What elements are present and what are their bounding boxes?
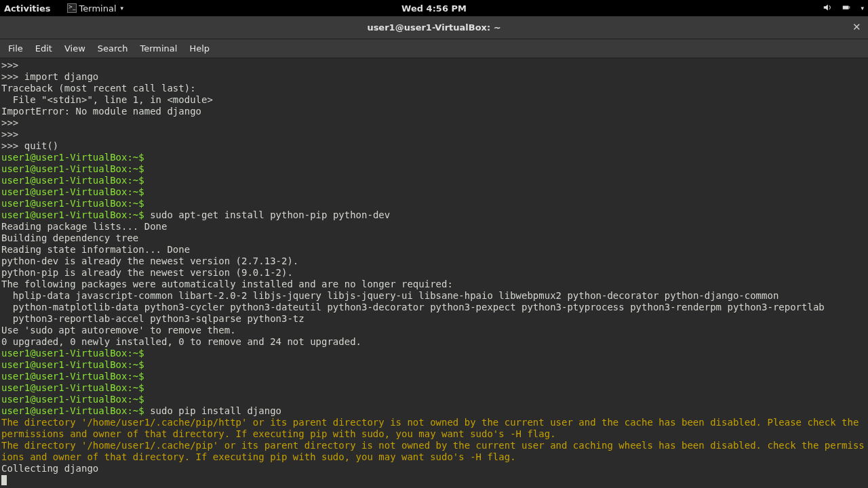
terminal-icon <box>67 3 77 13</box>
terminal-line: python3-reportlab-accel python3-sqlparse… <box>1 313 867 325</box>
shell-prompt: user1@user1-VirtualBox:~$ <box>1 405 150 416</box>
terminal-line: user1@user1-VirtualBox:~$ <box>1 186 867 198</box>
menu-file[interactable]: File <box>8 43 23 54</box>
shell-command: sudo apt-get install python-pip python-d… <box>150 209 390 220</box>
shell-command: sudo pip install django <box>150 405 281 416</box>
terminal-line: Use 'sudo apt autoremove' to remove them… <box>1 325 867 336</box>
activities-button[interactable]: Activities <box>4 3 51 14</box>
terminal-line: Collecting django <box>1 463 867 474</box>
shell-prompt: user1@user1-VirtualBox:~$ <box>1 163 150 174</box>
window-title: user1@user1-VirtualBox: ~ <box>367 22 500 33</box>
terminal-line: python-dev is already the newest version… <box>1 256 867 267</box>
terminal-line: Building dependency tree <box>1 232 867 244</box>
menu-terminal[interactable]: Terminal <box>140 43 177 54</box>
chevron-down-icon: ▾ <box>121 5 124 12</box>
shell-prompt: user1@user1-VirtualBox:~$ <box>1 152 150 163</box>
terminal-line: hplip-data javascript-common libart-2.0-… <box>1 290 867 302</box>
shell-prompt: user1@user1-VirtualBox:~$ <box>1 394 150 405</box>
terminal-line: Reading package lists... Done <box>1 221 867 232</box>
terminal-line: Traceback (most recent call last): <box>1 83 867 94</box>
terminal-line: >>> <box>1 117 867 129</box>
terminal-output[interactable]: >>> >>> import djangoTraceback (most rec… <box>0 58 868 488</box>
topbar-app-indicator[interactable]: Terminal ▾ <box>67 3 123 14</box>
shell-prompt: user1@user1-VirtualBox:~$ <box>1 359 150 370</box>
topbar-clock[interactable]: Wed 4:56 PM <box>401 3 467 14</box>
menu-edit[interactable]: Edit <box>35 43 52 54</box>
topbar-app-name: Terminal <box>79 3 117 14</box>
menu-view[interactable]: View <box>64 43 85 54</box>
volume-icon[interactable] <box>823 3 832 14</box>
system-menu-caret-icon[interactable]: ▾ <box>861 5 864 12</box>
terminal-line: Reading state information... Done <box>1 244 867 256</box>
terminal-line: user1@user1-VirtualBox:~$ <box>1 359 867 371</box>
gnome-topbar: Activities Terminal ▾ Wed 4:56 PM ▾ <box>0 0 868 16</box>
terminal-line: user1@user1-VirtualBox:~$ <box>1 163 867 175</box>
terminal-line: >>> <box>1 60 867 71</box>
shell-prompt: user1@user1-VirtualBox:~$ <box>1 371 150 382</box>
terminal-line: user1@user1-VirtualBox:~$ sudo apt-get i… <box>1 209 867 221</box>
shell-prompt: user1@user1-VirtualBox:~$ <box>1 198 150 209</box>
shell-prompt: user1@user1-VirtualBox:~$ <box>1 175 150 186</box>
terminal-line: python-matplotlib-data python3-cycler py… <box>1 302 867 313</box>
shell-prompt: user1@user1-VirtualBox:~$ <box>1 348 150 359</box>
terminal-line: The following packages were automaticall… <box>1 279 867 290</box>
terminal-line: user1@user1-VirtualBox:~$ <box>1 152 867 163</box>
menubar: File Edit View Search Terminal Help <box>0 39 868 58</box>
menu-help[interactable]: Help <box>189 43 210 54</box>
window-titlebar: user1@user1-VirtualBox: ~ ✕ <box>0 16 868 39</box>
terminal-line: user1@user1-VirtualBox:~$ <box>1 382 867 394</box>
terminal-line: ImportError: No module named django <box>1 106 867 117</box>
shell-prompt: user1@user1-VirtualBox:~$ <box>1 186 150 197</box>
terminal-line: user1@user1-VirtualBox:~$ <box>1 175 867 186</box>
terminal-line: File "<stdin>", line 1, in <module> <box>1 94 867 106</box>
terminal-line: user1@user1-VirtualBox:~$ <box>1 198 867 209</box>
shell-prompt: user1@user1-VirtualBox:~$ <box>1 382 150 393</box>
terminal-line: >>> quit() <box>1 140 867 152</box>
terminal-cursor-line <box>1 474 867 486</box>
terminal-line: user1@user1-VirtualBox:~$ <box>1 348 867 359</box>
terminal-line: python-pip is already the newest version… <box>1 267 867 279</box>
close-icon[interactable]: ✕ <box>852 21 861 33</box>
terminal-line: user1@user1-VirtualBox:~$ <box>1 371 867 382</box>
terminal-line: >>> import django <box>1 71 867 83</box>
terminal-line: >>> <box>1 129 867 140</box>
shell-prompt: user1@user1-VirtualBox:~$ <box>1 209 150 220</box>
terminal-line: The directory '/home/user1/.cache/pip/ht… <box>1 417 867 440</box>
terminal-cursor <box>1 475 7 485</box>
terminal-line: The directory '/home/user1/.cache/pip' o… <box>1 440 867 463</box>
battery-icon[interactable] <box>842 3 851 14</box>
menu-search[interactable]: Search <box>98 43 128 54</box>
terminal-line: user1@user1-VirtualBox:~$ <box>1 394 867 405</box>
terminal-line: 0 upgraded, 0 newly installed, 0 to remo… <box>1 336 867 348</box>
terminal-line: user1@user1-VirtualBox:~$ sudo pip insta… <box>1 405 867 417</box>
